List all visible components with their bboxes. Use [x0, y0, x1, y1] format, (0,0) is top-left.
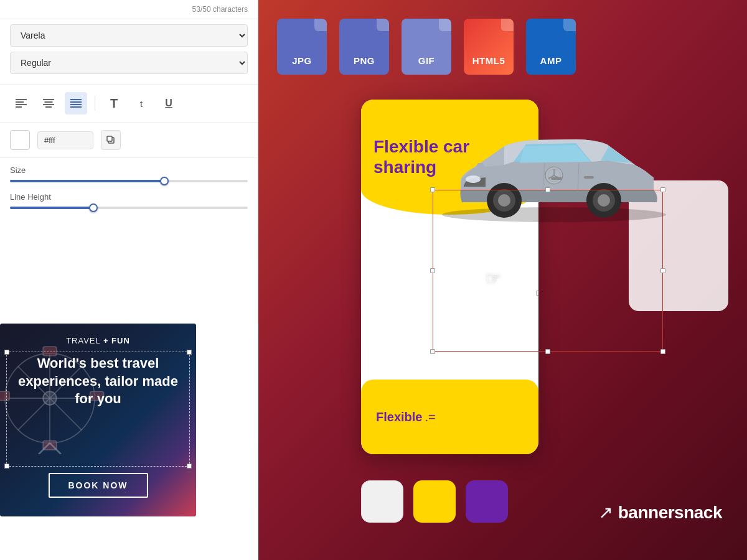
align-row: T t U	[0, 85, 258, 123]
gif-label: GIF	[418, 55, 435, 66]
text-underline-button[interactable]: U	[157, 92, 180, 114]
gif-icon-shape: GIF	[402, 19, 451, 75]
cursor-hand-icon: ☞	[486, 268, 501, 288]
color-preview-swatch[interactable]	[10, 130, 30, 150]
file-icon-gif[interactable]: GIF	[402, 19, 451, 75]
line-height-slider-fill	[10, 207, 93, 209]
travel-tag: TRAVEL + FUN	[66, 336, 130, 345]
svg-rect-0	[16, 99, 27, 100]
svg-rect-2	[16, 104, 27, 105]
book-now-button[interactable]: BOOK NOW	[48, 473, 148, 498]
svg-point-26	[442, 207, 666, 222]
color-swatches-row	[361, 480, 508, 523]
file-icon-html5[interactable]: HTML5	[464, 19, 514, 75]
size-slider-track[interactable]	[10, 180, 248, 182]
bannersnack-cursor-icon: ↖	[599, 502, 613, 523]
svg-rect-4	[43, 99, 54, 100]
svg-rect-11	[70, 106, 82, 108]
svg-rect-1	[16, 101, 24, 103]
bannersnack-logo-text: bannersnack	[618, 503, 722, 523]
line-height-slider-thumb[interactable]	[89, 203, 98, 212]
swatch-purple[interactable]	[466, 480, 508, 523]
png-label: PNG	[354, 55, 375, 66]
font-family-select[interactable]: Varela	[10, 24, 248, 47]
align-justify-button[interactable]	[65, 92, 87, 114]
svg-rect-23	[0, 391, 9, 400]
char-count: 53/50 characters	[0, 0, 258, 19]
size-slider-thumb[interactable]	[160, 177, 169, 185]
svg-point-33	[466, 175, 481, 183]
svg-rect-7	[45, 106, 52, 108]
svg-rect-13	[107, 136, 112, 141]
file-icons-row: JPG PNG GIF HTML5 AMP	[258, 19, 594, 75]
car-banner-dots: .=	[425, 410, 435, 424]
size-slider-fill	[10, 180, 164, 182]
file-icon-jpg[interactable]: JPG	[277, 19, 327, 75]
editor-panel: 53/50 characters Varela Regular T t U Si…	[0, 0, 258, 324]
html5-icon-shape: HTML5	[464, 19, 514, 75]
jpg-label: JPG	[292, 55, 312, 66]
color-row	[0, 123, 258, 158]
jpg-icon-shape: JPG	[277, 19, 327, 75]
png-icon-shape: PNG	[339, 19, 389, 75]
font-row: Varela Regular	[0, 19, 258, 85]
svg-rect-9	[70, 101, 82, 103]
swatch-white[interactable]	[361, 480, 403, 523]
amp-label: AMP	[540, 55, 562, 66]
car-illustration	[423, 93, 685, 230]
slider-section: Size Line Height	[0, 158, 258, 226]
svg-rect-3	[16, 106, 22, 108]
swatch-yellow[interactable]	[413, 480, 456, 523]
svg-point-32	[598, 194, 610, 207]
svg-point-29	[498, 194, 510, 207]
text-transform-t-button[interactable]: t	[130, 92, 153, 114]
travel-headline: World's best travel experiences, tailor …	[10, 355, 186, 408]
color-hex-input[interactable]	[37, 131, 93, 149]
svg-rect-10	[70, 104, 82, 105]
text-transform-T-button[interactable]: T	[103, 92, 125, 114]
car-banner-bottom-section: Flexible .=	[361, 380, 538, 454]
svg-rect-8	[70, 99, 82, 100]
line-height-slider-track[interactable]	[10, 207, 248, 209]
line-height-label: Line Height	[10, 192, 248, 202]
car-banner-subtitle: Flexible	[376, 410, 422, 424]
align-left-button[interactable]	[10, 92, 32, 114]
svg-rect-42	[584, 176, 594, 179]
amp-icon-shape: AMP	[526, 19, 576, 75]
car-image-area	[423, 93, 685, 255]
svg-rect-6	[43, 104, 54, 105]
svg-rect-41	[551, 177, 562, 180]
font-weight-select[interactable]: Regular	[10, 52, 248, 74]
align-divider	[95, 96, 95, 111]
file-icon-amp[interactable]: AMP	[526, 19, 576, 75]
align-center-button[interactable]	[37, 92, 60, 114]
file-icon-png[interactable]: PNG	[339, 19, 389, 75]
html5-label: HTML5	[472, 55, 505, 66]
size-label: Size	[10, 166, 248, 175]
mid-right-handle[interactable]	[536, 291, 538, 296]
bannersnack-logo: ↖ bannersnack	[599, 502, 722, 523]
copy-color-button[interactable]	[101, 130, 121, 150]
travel-banner: TRAVEL + FUN World's best travel experie…	[0, 324, 196, 516]
svg-rect-5	[45, 101, 53, 103]
